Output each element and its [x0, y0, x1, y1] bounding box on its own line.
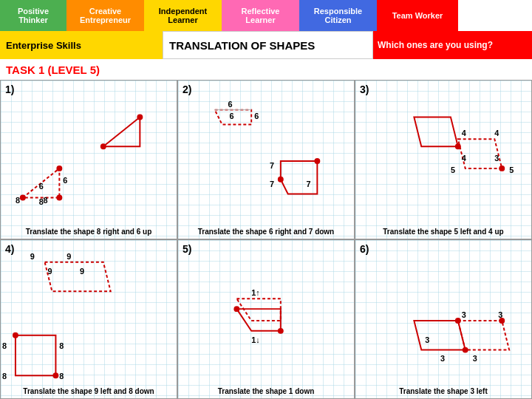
tab-reflective-learner[interactable]: Reflective Learner [222, 0, 299, 31]
grid-container: 1) 8 6 6 8 8 Translate the shape 8 right… [0, 80, 532, 399]
cell-6-svg: 3 3 3 3 3 [355, 240, 531, 398]
grid-cell-1: 1) 8 6 6 8 8 Translate the shape 8 right… [0, 80, 177, 239]
svg-point-16 [314, 158, 320, 164]
svg-text:4: 4 [462, 154, 466, 163]
svg-point-15 [278, 177, 284, 183]
svg-text:7: 7 [270, 180, 274, 188]
svg-text:3: 3 [440, 354, 445, 363]
svg-point-35 [13, 332, 18, 338]
grid-cell-4: 4) 9 9 9 9 8 8 8 8 Translate the shape 9… [0, 239, 177, 399]
svg-point-6 [137, 115, 143, 120]
cell-5-number: 5) [183, 243, 191, 255]
svg-marker-51 [458, 321, 509, 350]
which-ones-label: Which ones are you using? [373, 31, 532, 59]
cell-3-number: 3) [360, 83, 369, 95]
svg-point-48 [278, 328, 284, 334]
svg-rect-34 [16, 335, 55, 375]
svg-point-55 [463, 347, 468, 353]
tab-responsible-citizen[interactable]: Responsible Citizen [299, 0, 377, 31]
task-header: TASK 1 (LEVEL 5) [0, 59, 532, 80]
grid-cell-5: 5) 1↑ 1↓ Translate the shape 1 down [177, 239, 355, 399]
tab-independent-learner[interactable]: Independent Learner [144, 0, 222, 31]
svg-text:6: 6 [254, 112, 259, 120]
cell-2-caption: Translate the shape 6 right and 7 down [181, 228, 351, 236]
cell-6-caption: Translate the shape 3 left [358, 387, 528, 395]
cell-3-svg: 4 4 3 5 4 5 [355, 81, 531, 239]
svg-text:9: 9 [30, 252, 35, 261]
grid-cell-6: 6) 3 3 3 3 3 Translate the shape 3 left [355, 239, 532, 399]
svg-text:8: 8 [59, 372, 64, 381]
second-row: Enterprise Skills TRANSLATION OF SHAPES … [0, 31, 532, 59]
svg-text:9: 9 [48, 267, 52, 276]
svg-point-53 [455, 318, 461, 324]
cell-4-number: 4) [5, 243, 14, 255]
svg-text:3: 3 [498, 310, 502, 319]
grid-cell-3: 3) 4 4 3 5 4 5 Translate the shape 5 lef… [355, 80, 532, 239]
svg-text:7: 7 [306, 180, 310, 188]
cell-4-caption: Translate the shape 9 left and 8 down [4, 387, 174, 395]
svg-text:7: 7 [270, 161, 274, 170]
grid-cell-2: 2) 6 6 6 7 7 7 Translate the shape 6 rig… [177, 80, 355, 239]
page-title: TRANSLATION OF SHAPES [163, 31, 373, 59]
cell-1-caption: Translate the shape 8 right and 6 up [4, 228, 174, 236]
svg-text:1↓: 1↓ [251, 335, 260, 344]
svg-marker-1 [103, 117, 140, 147]
svg-text:9: 9 [80, 267, 84, 276]
tab-positive-thinker[interactable]: Positive Thinker [0, 0, 66, 31]
svg-point-47 [233, 306, 239, 312]
cell-1-number: 1) [5, 83, 14, 95]
svg-point-36 [52, 372, 58, 378]
cell-3-caption: Translate the shape 5 left and 4 up [358, 228, 528, 236]
svg-text:3: 3 [425, 335, 429, 344]
svg-point-3 [56, 166, 62, 171]
svg-text:4: 4 [494, 129, 499, 137]
cell-4-svg: 9 9 9 9 8 8 8 8 [1, 240, 177, 398]
svg-text:8: 8 [2, 341, 7, 350]
svg-text:5: 5 [451, 166, 455, 174]
svg-text:8: 8 [59, 341, 64, 350]
cell-2-number: 2) [183, 83, 191, 95]
svg-text:1↑: 1↑ [251, 288, 260, 297]
svg-point-5 [100, 143, 106, 149]
svg-point-4 [56, 195, 62, 201]
cell-1-svg: 8 6 6 8 8 [1, 81, 177, 239]
cell-2-svg: 6 6 6 7 7 7 [178, 81, 354, 239]
svg-text:5: 5 [509, 166, 514, 174]
svg-marker-33 [45, 262, 111, 292]
cell-6-number: 6) [360, 243, 369, 255]
cell-5-svg: 1↑ 1↓ [178, 240, 354, 398]
svg-text:6: 6 [63, 176, 67, 185]
svg-text:6: 6 [39, 182, 44, 191]
svg-text:8: 8 [16, 196, 20, 205]
svg-point-25 [455, 143, 461, 149]
svg-point-26 [499, 166, 505, 171]
header-tabs: Positive Thinker Creative Entrepreneur I… [0, 0, 532, 31]
svg-text:8: 8 [44, 196, 48, 205]
svg-point-2 [20, 195, 26, 201]
svg-text:6: 6 [228, 100, 232, 109]
svg-marker-14 [281, 161, 318, 194]
enterprise-label: Enterprise Skills [0, 31, 163, 59]
svg-text:3: 3 [494, 154, 499, 163]
svg-text:4: 4 [462, 129, 466, 137]
svg-marker-52 [414, 321, 465, 350]
cell-5-caption: Translate the shape 1 down [181, 387, 351, 395]
tab-creative-entrepreneur[interactable]: Creative Entrepreneur [66, 0, 144, 31]
svg-text:8: 8 [2, 372, 7, 381]
tab-team-worker[interactable]: Team Worker [377, 0, 458, 31]
svg-text:9: 9 [66, 252, 71, 261]
svg-marker-24 [414, 117, 457, 147]
svg-text:3: 3 [462, 310, 466, 319]
svg-text:6: 6 [229, 112, 233, 120]
svg-text:3: 3 [473, 354, 477, 363]
